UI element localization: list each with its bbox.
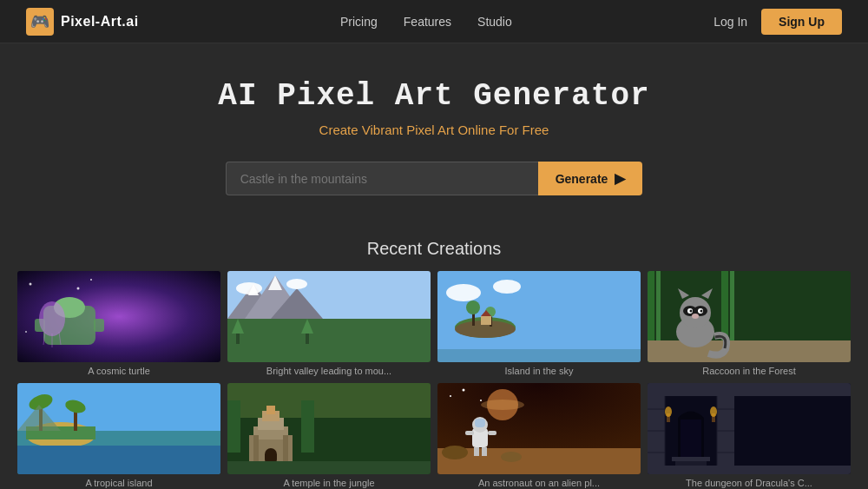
nav-link-features[interactable]: Features <box>404 15 451 29</box>
svg-rect-35 <box>481 316 491 325</box>
gallery-caption-5: A temple in the jungle <box>227 478 431 488</box>
arrow-icon: ▶ <box>615 170 625 187</box>
svg-point-7 <box>77 287 80 290</box>
hero-subtitle: Create Vibrant Pixel Art Online For Free <box>0 122 868 137</box>
nav-links: Pricing Features Studio <box>340 15 512 29</box>
gallery-item-0[interactable]: A cosmic turtle <box>17 271 220 376</box>
gallery-caption-0: A cosmic turtle <box>17 366 220 376</box>
gallery-caption-4: A tropical island <box>17 478 220 488</box>
logo-text: Pixel-Art.ai <box>61 14 139 30</box>
svg-rect-112 <box>675 461 707 466</box>
gallery-item-7[interactable]: The dungeon of Dracula's C... <box>648 383 851 488</box>
svg-rect-76 <box>283 435 288 466</box>
svg-rect-95 <box>648 383 665 474</box>
svg-rect-22 <box>236 334 240 344</box>
svg-point-107 <box>665 406 672 417</box>
gallery-title: Recent Creations <box>17 239 851 259</box>
svg-point-80 <box>442 446 468 459</box>
nav-actions: Log In Sign Up <box>713 9 842 35</box>
svg-rect-77 <box>227 461 431 474</box>
svg-rect-3 <box>94 319 104 332</box>
svg-point-109 <box>710 406 717 417</box>
svg-rect-110 <box>648 466 851 474</box>
gallery-row-1: A cosmic turtle <box>17 271 851 376</box>
gallery-item-5[interactable]: A temple in the jungle <box>227 383 431 488</box>
svg-point-83 <box>481 400 524 410</box>
svg-rect-68 <box>301 400 314 453</box>
svg-point-27 <box>446 284 481 301</box>
gallery-caption-1: Bright valley leading to mou... <box>227 366 431 376</box>
gallery-item-2[interactable]: Island in the sky <box>437 271 641 376</box>
svg-rect-73 <box>266 406 275 414</box>
gallery-row-2: A tropical island <box>17 383 851 488</box>
gallery-caption-3: Raccoon in the Forest <box>648 366 851 376</box>
svg-rect-90 <box>474 447 479 456</box>
svg-point-52 <box>692 314 699 319</box>
generate-label: Generate <box>556 172 608 186</box>
svg-rect-67 <box>227 400 240 453</box>
svg-point-86 <box>480 400 482 401</box>
svg-rect-37 <box>437 349 641 362</box>
svg-point-32 <box>466 301 480 314</box>
search-area: Generate ▶ <box>0 162 868 195</box>
hero-title: AI Pixel Art Generator <box>0 78 868 114</box>
svg-rect-66 <box>227 383 431 418</box>
logo[interactable]: 🎮 Pixel-Art.ai <box>26 8 139 36</box>
signup-button[interactable]: Sign Up <box>761 9 842 35</box>
svg-point-5 <box>30 283 32 286</box>
gallery-item-6[interactable]: An astronaut on an alien pl... <box>437 383 641 488</box>
nav-link-studio[interactable]: Studio <box>477 15 512 29</box>
svg-point-84 <box>450 395 451 397</box>
generate-button[interactable]: Generate ▶ <box>538 162 643 195</box>
svg-point-81 <box>501 452 522 462</box>
prompt-input[interactable] <box>226 162 538 195</box>
svg-rect-14 <box>227 319 431 362</box>
svg-rect-63 <box>17 446 220 474</box>
svg-point-21 <box>286 279 307 289</box>
svg-point-6 <box>90 279 92 281</box>
logo-icon: 🎮 <box>26 8 54 36</box>
gallery-item-1[interactable]: Bright valley leading to mou... <box>227 271 431 376</box>
svg-rect-79 <box>437 448 641 474</box>
gallery-caption-6: An astronaut on an alien pl... <box>437 478 641 488</box>
svg-rect-97 <box>648 383 851 396</box>
svg-point-51 <box>700 310 703 313</box>
svg-point-85 <box>463 389 465 392</box>
svg-point-9 <box>39 301 65 336</box>
svg-rect-91 <box>482 447 487 456</box>
svg-rect-93 <box>488 431 496 435</box>
gallery-caption-2: Island in the sky <box>437 366 641 376</box>
svg-rect-75 <box>253 435 259 466</box>
svg-point-8 <box>25 331 27 333</box>
nav-link-pricing[interactable]: Pricing <box>340 15 378 29</box>
navbar: 🎮 Pixel-Art.ai Pricing Features Studio L… <box>0 0 868 43</box>
svg-rect-92 <box>465 431 474 435</box>
gallery-item-4[interactable]: A tropical island <box>17 383 220 488</box>
svg-point-20 <box>236 282 262 294</box>
svg-rect-111 <box>672 457 710 461</box>
svg-point-50 <box>690 310 693 313</box>
hero-section: AI Pixel Art Generator Create Vibrant Pi… <box>0 43 868 239</box>
svg-rect-43 <box>648 340 851 362</box>
svg-rect-89 <box>475 419 485 427</box>
gallery-caption-7: The dungeon of Dracula's C... <box>648 478 851 488</box>
svg-rect-24 <box>306 334 309 344</box>
svg-rect-96 <box>717 383 734 474</box>
gallery-section: Recent Creations <box>0 239 868 489</box>
login-button[interactable]: Log In <box>713 15 747 29</box>
svg-point-28 <box>493 280 521 294</box>
gallery-item-3[interactable]: Raccoon in the Forest <box>648 271 851 376</box>
